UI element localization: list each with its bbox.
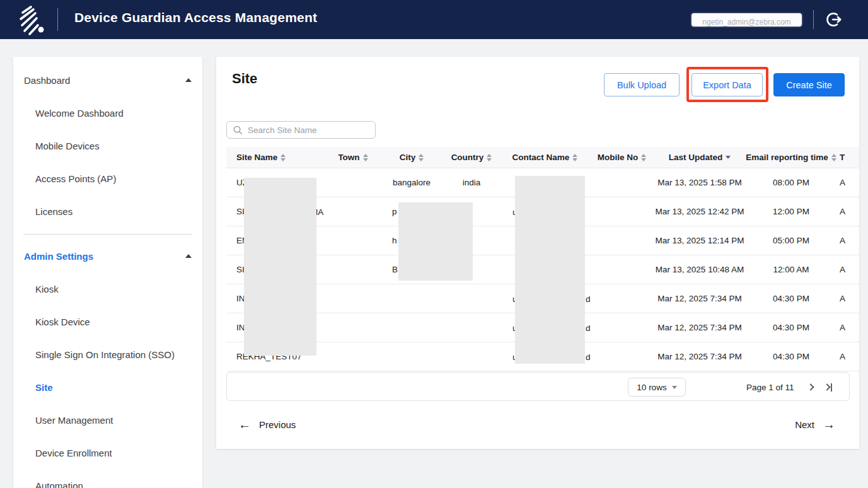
sidebar-item-kiosk-device[interactable]: Kiosk Device xyxy=(13,305,202,338)
sidebar-item-label: Admin Settings xyxy=(24,251,93,262)
chevron-down-icon xyxy=(672,386,677,389)
sidebar-item-label: Licenses xyxy=(35,206,72,217)
main-content-card: Site Bulk Upload Export Data Create Site… xyxy=(216,57,859,449)
country-cell xyxy=(441,284,502,313)
sidebar-item-site[interactable]: Site xyxy=(13,371,202,404)
email-time-cell: 12:00 AM xyxy=(744,255,838,284)
sidebar-item-label: Kiosk xyxy=(35,284,59,294)
export-data-button[interactable]: Export Data xyxy=(692,73,763,96)
column-header-clipped[interactable]: T xyxy=(838,147,859,168)
last-updated-cell: Mar 13, 2025 1:58 PM xyxy=(656,168,744,197)
country-cell xyxy=(441,342,502,371)
country-cell xyxy=(441,313,502,342)
last-updated-cell: Mar 12, 2025 7:34 PM xyxy=(656,313,744,342)
sidebar-item-admin-settings[interactable]: Admin Settings xyxy=(13,240,202,272)
sidebar-item-label: Automation xyxy=(35,480,83,488)
sort-icon xyxy=(831,154,836,161)
last-updated-cell: Mar 13, 2025 10:48 AM xyxy=(656,255,744,284)
town-cell xyxy=(324,342,382,371)
sidebar-item-user-management[interactable]: User Management xyxy=(13,404,202,436)
sort-icon xyxy=(281,154,286,161)
mobile-no-cell xyxy=(588,255,656,284)
sidebar-divider xyxy=(23,234,192,235)
sort-icon xyxy=(641,154,646,161)
mobile-no-cell xyxy=(588,342,656,371)
zebra-logo-icon xyxy=(18,4,48,38)
sort-icon xyxy=(363,154,368,161)
last-updated-cell: Mar 12, 2025 7:34 PM xyxy=(656,284,744,313)
next-nav-button[interactable]: Next → xyxy=(795,418,835,431)
sidebar-item-label: Access Points (AP) xyxy=(35,173,116,184)
timezone-cell: A xyxy=(838,168,859,197)
timezone-cell: A xyxy=(838,197,859,226)
email-time-cell: 05:00 PM xyxy=(744,226,838,255)
sort-desc-icon xyxy=(726,156,731,159)
last-updated-cell: Mar 13, 2025 12:14 PM xyxy=(656,226,744,255)
search-box[interactable] xyxy=(226,121,376,139)
mobile-no-cell xyxy=(588,313,656,342)
create-site-button[interactable]: Create Site xyxy=(773,73,845,96)
timezone-cell: A xyxy=(838,255,859,284)
sidebar-item-label: Site xyxy=(35,382,53,393)
rows-per-page-select[interactable]: 10 rows xyxy=(628,378,686,397)
city-cell xyxy=(382,284,441,313)
sidebar-item-device-enrollment[interactable]: Device Enrollment xyxy=(13,436,202,469)
last-page-button[interactable] xyxy=(825,382,835,392)
previous-nav-button[interactable]: ← Previous xyxy=(238,418,296,431)
logout-icon[interactable] xyxy=(825,11,843,28)
town-cell xyxy=(324,284,382,313)
town-cell xyxy=(324,226,382,255)
city-cell: bangalore xyxy=(382,168,441,197)
user-email-text: ngetin_admin@zebra.com xyxy=(702,18,790,26)
top-app-bar: Device Guardian Access Management ngetin… xyxy=(0,0,868,39)
country-cell: india xyxy=(441,168,502,197)
column-header-city[interactable]: City xyxy=(382,147,441,168)
email-time-cell: 08:00 PM xyxy=(744,168,838,197)
email-time-cell: 04:30 PM xyxy=(744,313,838,342)
sidebar-item-sso[interactable]: Single Sign On Integration (SSO) xyxy=(13,338,202,371)
sort-icon xyxy=(487,154,492,161)
table-header-row: Site Name Town City Country Contact Name… xyxy=(226,147,859,168)
chevron-up-icon xyxy=(185,78,192,82)
redaction-box-contact-names xyxy=(515,176,585,364)
column-header-last-updated[interactable]: Last Updated xyxy=(656,147,744,168)
sidebar-item-mobile-devices[interactable]: Mobile Devices xyxy=(13,129,202,162)
timezone-cell: A xyxy=(838,342,859,371)
column-header-town[interactable]: Town xyxy=(324,147,382,168)
sidebar-item-access-points[interactable]: Access Points (AP) xyxy=(13,162,202,195)
next-page-button[interactable] xyxy=(808,382,818,392)
redaction-box-site-names xyxy=(244,178,316,356)
sidebar-item-label: Kiosk Device xyxy=(35,317,90,327)
town-cell xyxy=(324,168,382,197)
mobile-no-cell xyxy=(588,226,656,255)
arrow-right-icon: → xyxy=(823,418,835,431)
sidebar-item-label: Mobile Devices xyxy=(35,141,100,151)
header-right-group: ngetin_admin@zebra.com xyxy=(692,0,868,39)
sidebar-item-label: Device Enrollment xyxy=(35,448,112,458)
bulk-upload-button[interactable]: Bulk Upload xyxy=(604,73,680,96)
mobile-no-cell xyxy=(588,197,656,226)
email-time-cell: 12:00 PM xyxy=(744,197,838,226)
user-email-redacted: ngetin_admin@zebra.com xyxy=(692,13,802,26)
sidebar-item-automation[interactable]: Automation xyxy=(13,469,202,488)
column-header-site-name[interactable]: Site Name xyxy=(226,147,324,168)
column-header-mobile-no[interactable]: Mobile No xyxy=(588,147,656,168)
sidebar-item-kiosk[interactable]: Kiosk xyxy=(13,272,202,305)
search-input[interactable] xyxy=(248,125,369,135)
page-title: Site xyxy=(232,71,257,87)
sidebar-item-licenses[interactable]: Licenses xyxy=(13,195,202,228)
column-header-contact-name[interactable]: Contact Name xyxy=(502,147,588,168)
sidebar-item-welcome-dashboard[interactable]: Welcome Dashboard xyxy=(13,96,202,129)
pagination-bar: 10 rows Page 1 of 11 xyxy=(226,372,850,401)
chevron-up-icon xyxy=(185,254,192,258)
sidebar-item-dashboard[interactable]: Dashboard xyxy=(13,64,202,96)
column-header-country[interactable]: Country xyxy=(441,147,502,168)
app-title: Device Guardian Access Management xyxy=(74,10,317,25)
city-cell xyxy=(382,342,441,371)
timezone-cell: A xyxy=(838,226,859,255)
timezone-cell: A xyxy=(838,284,859,313)
column-header-email-reporting-time[interactable]: Email reporting time xyxy=(744,147,838,168)
header-divider-2 xyxy=(813,10,814,29)
timezone-cell: A xyxy=(838,313,859,342)
sidebar-item-label: User Management xyxy=(35,415,113,426)
